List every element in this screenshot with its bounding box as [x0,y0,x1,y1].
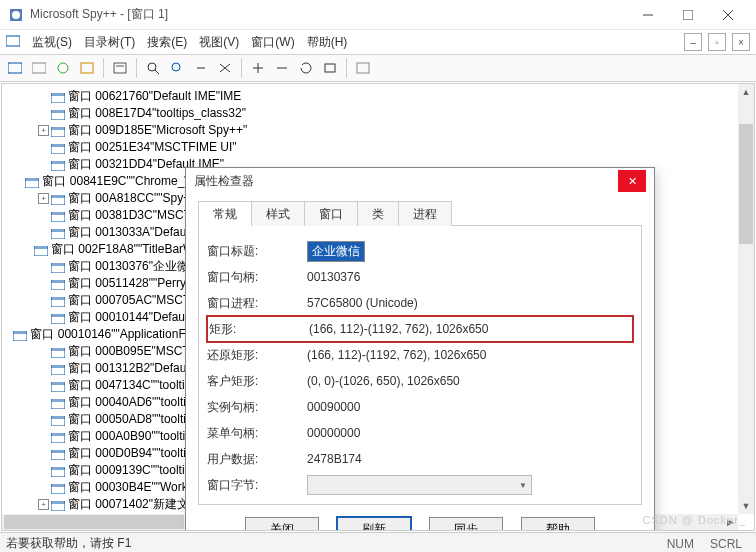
tab-process[interactable]: 进程 [398,201,452,226]
restore-rect-label: 还原矩形: [207,347,307,364]
minimize-button[interactable] [628,1,668,29]
dialog-sync-btn[interactable]: 同步 [429,517,503,531]
svg-rect-8 [32,63,46,73]
svg-rect-3 [683,10,693,20]
tool-find-icon[interactable] [166,57,188,79]
tree-spacer [38,363,49,374]
dialog-close-button[interactable]: ✕ [618,170,646,192]
rect-label: 矩形: [209,321,309,338]
dialog-tabs: 常规 样式 窗口 类 进程 [198,200,642,226]
tree-row[interactable]: 窗口 00251E34"MSCTFIME UI" [4,139,260,156]
tree-spacer [38,482,49,493]
window-icon [51,228,65,238]
window-icon [51,92,65,102]
tree-spacer [38,380,49,391]
window-icon [51,432,65,442]
menu-item[interactable]: 视图(V) [199,34,239,51]
tool-processes-icon[interactable] [28,57,50,79]
menu-item[interactable]: 窗口(W) [251,34,294,51]
menu-item[interactable]: 帮助(H) [307,34,348,51]
dialog-refresh-btn[interactable]: 刷新 [337,517,411,531]
window-icon [51,500,65,510]
window-icon [51,194,65,204]
mdi-doc-icon [6,35,20,50]
tree-spacer [38,227,49,238]
tab-styles[interactable]: 样式 [251,201,305,226]
instance-value: 00090000 [307,400,360,414]
scroll-right-icon[interactable]: ▶ [722,514,738,530]
dialog-help-btn[interactable]: 帮助 [521,517,595,531]
handle-label: 窗口句柄: [207,269,307,286]
window-icon [51,109,65,119]
tool-refresh-icon[interactable] [295,57,317,79]
maximize-button[interactable] [668,1,708,29]
tree-spacer [38,465,49,476]
tree-row[interactable]: 窗口 00621760"Default IME"IME [4,88,260,105]
window-icon [25,177,39,187]
svg-rect-16 [325,64,335,72]
bytes-combo[interactable]: ▼ [307,475,532,495]
window-icon [51,279,65,289]
menu-label: 菜单句柄: [207,425,307,442]
tool-find-window-icon[interactable] [142,57,164,79]
window-icon [51,364,65,374]
tool-log-icon[interactable] [109,57,131,79]
scroll-down-icon[interactable]: ▼ [738,498,754,514]
tool-toggle-icon[interactable] [190,57,212,79]
toolbar [0,54,756,82]
window-icon [34,245,48,255]
scroll-thumb[interactable] [4,515,184,529]
vertical-scrollbar[interactable]: ▲ ▼ [738,84,754,514]
client-rect-value: (0, 0)-(1026, 650), 1026x650 [307,374,460,388]
scroll-thumb[interactable] [739,124,753,244]
menu-value: 00000000 [307,426,360,440]
svg-point-15 [172,63,180,71]
tool-options-icon[interactable] [319,57,341,79]
dialog-titlebar[interactable]: 属性检查器 ✕ [186,168,654,194]
close-button[interactable] [708,1,748,29]
tool-collapse-icon[interactable] [271,57,293,79]
scroll-up-icon[interactable]: ▲ [738,84,754,100]
window-title-label: 窗口标题: [207,243,307,260]
menu-item[interactable]: 搜索(E) [147,34,187,51]
svg-rect-7 [8,63,22,73]
menu-item[interactable]: 目录树(T) [84,34,135,51]
status-num: NUM [659,537,702,551]
mdi-restore-button[interactable]: ▫ [708,33,726,51]
userdata-value: 2478B174 [307,452,362,466]
window-title-value[interactable]: 企业微信 [307,241,365,262]
tree-spacer [38,397,49,408]
menu-item[interactable]: 监视(S) [32,34,72,51]
tab-window[interactable]: 窗口 [304,201,358,226]
mdi-close-button[interactable]: × [732,33,750,51]
expand-icon[interactable]: + [38,125,49,136]
app-icon [8,7,24,23]
tool-font-icon[interactable] [352,57,374,79]
tab-class[interactable]: 类 [357,201,399,226]
tree-item-label: 窗口 00251E34"MSCTFIME UI" [68,139,237,156]
tree-spacer [38,261,49,272]
expand-icon[interactable]: + [38,193,49,204]
tree-row[interactable]: +窗口 009D185E"Microsoft Spy++" [4,122,260,139]
tab-general[interactable]: 常规 [198,201,252,226]
window-icon [51,398,65,408]
window-icon [51,262,65,272]
dialog-title: 属性检查器 [194,173,254,190]
tree-spacer [25,244,32,255]
window-icon [51,483,65,493]
tool-threads-icon[interactable] [52,57,74,79]
dialog-close-btn[interactable]: 关闭 [245,517,319,531]
tool-clear-icon[interactable] [214,57,236,79]
tree-item-label: 窗口 00621760"Default IME"IME [68,88,241,105]
svg-point-13 [148,63,156,71]
tree-row[interactable]: 窗口 008E17D4"tooltips_class32" [4,105,260,122]
client-area: 窗口 00621760"Default IME"IME窗口 008E17D4"t… [1,83,755,531]
tree-item-label: 窗口 008E17D4"tooltips_class32" [68,105,246,122]
expand-icon[interactable]: + [38,499,49,510]
tool-expand-icon[interactable] [247,57,269,79]
tool-windows-icon[interactable] [4,57,26,79]
mdi-minimize-button[interactable]: – [684,33,702,51]
tool-messages-icon[interactable] [76,57,98,79]
window-icon [51,449,65,459]
window-icon [51,126,65,136]
